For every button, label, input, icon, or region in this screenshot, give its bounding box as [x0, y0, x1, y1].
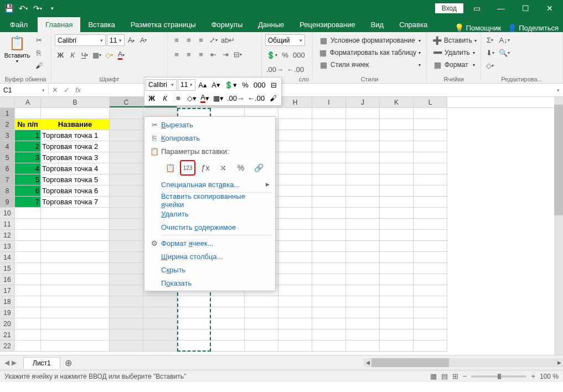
- cell[interactable]: 4: [15, 163, 41, 174]
- cell[interactable]: [414, 329, 447, 341]
- grow-font-icon[interactable]: A▴: [126, 35, 137, 46]
- cell[interactable]: [346, 307, 380, 318]
- cell[interactable]: [245, 341, 278, 352]
- cell[interactable]: [312, 130, 346, 141]
- cell[interactable]: [41, 274, 110, 285]
- cell[interactable]: [312, 152, 346, 163]
- col-header[interactable]: K: [380, 97, 414, 107]
- cell[interactable]: [380, 252, 414, 263]
- fx-icon[interactable]: fx: [75, 86, 81, 94]
- cell[interactable]: [110, 263, 143, 274]
- cell[interactable]: [346, 152, 380, 163]
- cell[interactable]: [380, 219, 414, 230]
- cell[interactable]: [278, 329, 312, 341]
- cell[interactable]: Торговая точка 6: [41, 185, 110, 197]
- mini-borders-icon[interactable]: ▦▾: [212, 92, 225, 104]
- cell[interactable]: [346, 185, 380, 197]
- row-header[interactable]: 13: [0, 241, 15, 252]
- ctx-copy[interactable]: ⎘Копировать: [146, 131, 274, 145]
- cell[interactable]: [41, 285, 110, 296]
- cell[interactable]: [312, 119, 346, 130]
- underline-button[interactable]: Ч▾: [79, 49, 90, 60]
- redo-icon[interactable]: ↷▾: [31, 2, 44, 15]
- cell[interactable]: [312, 208, 346, 219]
- indent-inc-icon[interactable]: ⇥: [220, 49, 231, 60]
- tab-help[interactable]: Справка: [391, 17, 435, 32]
- add-sheet-icon[interactable]: ⊕: [60, 358, 76, 368]
- ctx-cut[interactable]: ✂Вырезать: [146, 118, 274, 131]
- row-header[interactable]: 4: [0, 141, 15, 152]
- mini-grow-font-icon[interactable]: A▴: [197, 79, 209, 91]
- cell[interactable]: [312, 341, 346, 352]
- merge-icon[interactable]: ⊟▾: [232, 49, 243, 60]
- mini-comma-icon[interactable]: 000: [252, 79, 267, 91]
- cell[interactable]: [380, 241, 414, 252]
- cell[interactable]: [278, 163, 312, 174]
- row-header[interactable]: 20: [0, 318, 15, 329]
- row-header[interactable]: 6: [0, 163, 15, 174]
- cell[interactable]: [312, 174, 346, 185]
- borders-icon[interactable]: ▦▾: [91, 49, 102, 60]
- tellme-button[interactable]: 💡Помощник: [454, 23, 502, 32]
- cell[interactable]: [211, 296, 245, 307]
- cell[interactable]: [211, 318, 245, 329]
- cell[interactable]: [312, 163, 346, 174]
- cell[interactable]: [143, 329, 177, 341]
- cell[interactable]: [414, 152, 447, 163]
- cell[interactable]: [278, 119, 312, 130]
- cell[interactable]: [15, 285, 41, 296]
- cell[interactable]: [143, 341, 177, 352]
- col-header[interactable]: L: [414, 97, 447, 107]
- row-header[interactable]: 14: [0, 252, 15, 263]
- ctx-insert-copied[interactable]: Вставить скопированные ячейки: [146, 194, 274, 207]
- cell[interactable]: [110, 152, 143, 163]
- cell[interactable]: [278, 197, 312, 208]
- cell[interactable]: 3: [15, 152, 41, 163]
- orientation-icon[interactable]: ⤢▾: [208, 34, 219, 45]
- cell[interactable]: [312, 296, 346, 307]
- comma-icon[interactable]: 000: [292, 49, 306, 60]
- increase-decimal-icon[interactable]: .00→: [265, 64, 285, 75]
- cell[interactable]: [346, 318, 380, 329]
- cell[interactable]: [346, 130, 380, 141]
- sheet-tab[interactable]: Лист1: [23, 357, 60, 369]
- view-page-break-icon[interactable]: ⊞: [452, 372, 458, 380]
- cell[interactable]: [380, 185, 414, 197]
- cell[interactable]: [211, 329, 245, 341]
- cell[interactable]: [41, 241, 110, 252]
- share-button[interactable]: 👤Поделиться: [508, 24, 559, 32]
- cell[interactable]: [414, 130, 447, 141]
- cell[interactable]: [278, 252, 312, 263]
- cell[interactable]: [41, 219, 110, 230]
- cell[interactable]: [41, 341, 110, 352]
- col-header[interactable]: H: [278, 97, 312, 107]
- cell[interactable]: [15, 241, 41, 252]
- cell[interactable]: [15, 307, 41, 318]
- cell[interactable]: [346, 219, 380, 230]
- cell[interactable]: [110, 163, 143, 174]
- cell[interactable]: [278, 241, 312, 252]
- paste-formulas-icon[interactable]: ƒx: [198, 160, 213, 176]
- cell[interactable]: [110, 318, 143, 329]
- cell[interactable]: [278, 108, 312, 119]
- cell[interactable]: [41, 208, 110, 219]
- view-page-layout-icon[interactable]: ▤: [441, 372, 448, 380]
- cell[interactable]: [312, 252, 346, 263]
- cell[interactable]: 6: [15, 185, 41, 197]
- tab-file[interactable]: Файл: [2, 17, 38, 32]
- wrap-text-icon[interactable]: ab↵: [220, 34, 236, 45]
- cell[interactable]: [380, 307, 414, 318]
- row-header[interactable]: 5: [0, 152, 15, 163]
- paste-formatting-icon[interactable]: %: [233, 160, 249, 176]
- mini-currency-icon[interactable]: 💲▾: [223, 79, 238, 91]
- cell[interactable]: [245, 318, 278, 329]
- row-header[interactable]: 1: [0, 108, 15, 119]
- ctx-clear[interactable]: Очистить содержимое: [146, 220, 274, 234]
- row-header[interactable]: 21: [0, 329, 15, 341]
- cell[interactable]: [312, 318, 346, 329]
- row-header[interactable]: 8: [0, 185, 15, 197]
- cell[interactable]: [346, 241, 380, 252]
- enter-icon[interactable]: ✓: [64, 86, 70, 94]
- cell[interactable]: [110, 119, 143, 130]
- cell[interactable]: [110, 252, 143, 263]
